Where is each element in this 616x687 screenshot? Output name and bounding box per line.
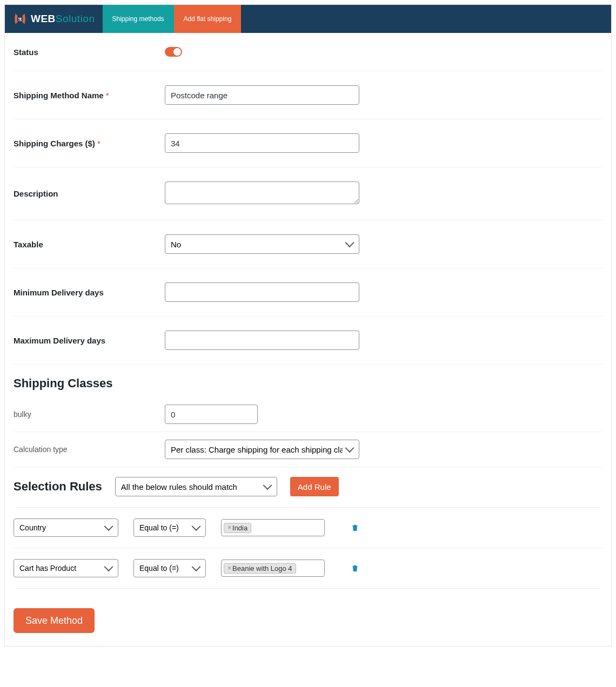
svg-text:π: π — [18, 15, 22, 23]
shipping-method-name-input[interactable] — [165, 85, 359, 105]
tag-remove-icon[interactable]: × — [227, 524, 231, 531]
status-toggle[interactable] — [165, 47, 182, 57]
shipping-classes-heading: Shipping Classes — [14, 365, 602, 397]
calc-type-select[interactable]: Per class: Charge shipping for each ship… — [165, 440, 359, 459]
rules-match-select[interactable]: All the below rules should match — [115, 477, 277, 496]
tab-shipping-methods[interactable]: Shipping methods — [103, 5, 174, 33]
brand-logo: π WEBSolution — [5, 5, 103, 33]
max-delivery-input[interactable] — [165, 331, 359, 350]
charges-label: Shipping Charges ($) * — [14, 139, 165, 148]
selection-rules-heading: Selection Rules — [14, 480, 102, 494]
bulky-label: bulky — [14, 410, 165, 419]
description-label: Description — [14, 189, 165, 198]
taxable-select[interactable]: No — [165, 234, 359, 254]
shipping-charges-input[interactable] — [165, 133, 359, 153]
name-label: Shipping Method Name * — [14, 91, 165, 100]
delete-rule-icon[interactable] — [351, 523, 359, 533]
calc-type-label: Calculation type — [14, 445, 165, 454]
tab-add-flat-shipping[interactable]: Add flat shipping — [174, 5, 242, 33]
pi-logo-icon: π — [12, 11, 28, 26]
add-rule-button[interactable]: Add Rule — [290, 477, 339, 496]
tag-remove-icon[interactable]: × — [227, 564, 231, 572]
brand-solution: Solution — [56, 13, 95, 24]
rule-field-select[interactable]: Country — [14, 518, 118, 537]
tag-item[interactable]: ×India — [224, 523, 251, 533]
rule-row: Country Equal to (=) ×India — [14, 508, 602, 548]
rule-value-tags[interactable]: ×India — [221, 519, 325, 536]
min-days-label: Minimum Delivery days — [14, 288, 165, 297]
save-method-button[interactable]: Save Method — [14, 608, 95, 633]
header-bar: π WEBSolution Shipping methods Add flat … — [5, 5, 611, 33]
tag-item[interactable]: ×Beanie with Logo 4 — [224, 563, 296, 574]
status-label: Status — [14, 48, 165, 57]
bulky-input[interactable] — [165, 405, 258, 424]
rule-operator-select[interactable]: Equal to (=) — [133, 559, 206, 577]
rule-field-select[interactable]: Cart has Product — [14, 559, 118, 577]
rule-value-tags[interactable]: ×Beanie with Logo 4 — [221, 560, 325, 577]
max-days-label: Maximum Delivery days — [14, 336, 165, 345]
min-delivery-input[interactable] — [165, 282, 359, 302]
delete-rule-icon[interactable] — [351, 563, 359, 573]
description-textarea[interactable] — [165, 181, 359, 204]
rule-operator-select[interactable]: Equal to (=) — [133, 518, 206, 537]
taxable-label: Taxable — [14, 240, 165, 249]
rule-row: Cart has Product Equal to (=) ×Beanie wi… — [14, 548, 602, 589]
brand-web: WEB — [31, 13, 56, 24]
